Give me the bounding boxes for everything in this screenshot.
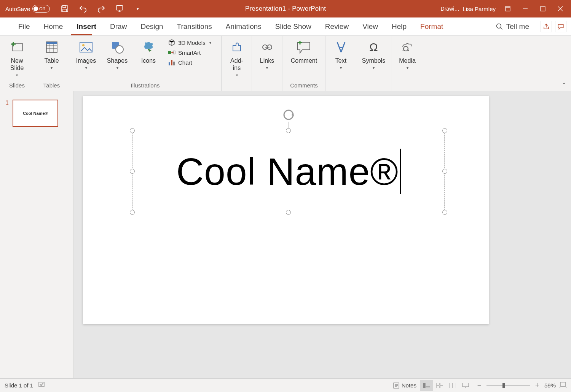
minimize-icon[interactable] (518, 2, 533, 16)
zoom-in-button[interactable]: + (534, 382, 541, 389)
chart-button[interactable]: Chart (167, 59, 211, 66)
media-button[interactable]: Media ▾ (395, 39, 419, 70)
zoom-slider-thumb[interactable] (502, 383, 505, 388)
zoom-level[interactable]: 59% (544, 382, 556, 389)
links-label: Links (260, 57, 274, 64)
save-icon[interactable] (61, 5, 69, 13)
table-button[interactable]: Table ▾ (40, 39, 64, 70)
autosave-toggle[interactable]: Off (32, 5, 50, 13)
share-icon[interactable] (541, 21, 552, 32)
3d-models-button[interactable]: 3D Models▾ (167, 39, 211, 46)
comment-button[interactable]: Comment (291, 39, 317, 64)
ribbon-tabs: File Home Insert Draw Design Transitions… (0, 17, 571, 36)
smartart-button[interactable]: SmartArt (167, 49, 211, 56)
redo-icon[interactable] (97, 5, 105, 13)
user-name[interactable]: Lisa Parmley (463, 6, 496, 12)
document-title: Presentation1 - PowerPoint (245, 5, 326, 13)
svg-rect-26 (171, 60, 172, 65)
svg-rect-23 (168, 51, 171, 54)
smartart-icon (167, 49, 176, 56)
tab-format[interactable]: Format (413, 17, 450, 36)
slideshow-start-icon[interactable] (115, 5, 124, 13)
zoom-out-button[interactable]: − (476, 382, 483, 389)
resize-handle-se[interactable] (442, 210, 447, 215)
title-text[interactable]: Cool Name® (176, 150, 399, 194)
resize-handle-n[interactable] (286, 128, 291, 133)
tab-view[interactable]: View (356, 17, 385, 36)
slide-canvas-area[interactable]: Cool Name® (74, 91, 571, 378)
context-tab-label[interactable]: Drawi… (441, 6, 460, 12)
svg-rect-25 (169, 62, 170, 65)
slide-thumbnail-pane[interactable]: 1 Cool Name® (0, 91, 74, 378)
slide-position[interactable]: Slide 1 of 1 (5, 382, 33, 389)
tab-animations[interactable]: Animations (219, 17, 268, 36)
svg-rect-2 (63, 9, 67, 12)
maximize-icon[interactable] (535, 2, 550, 16)
icons-button[interactable]: Icons (136, 39, 161, 64)
slide-sorter-view-button[interactable] (433, 380, 446, 391)
svg-rect-45 (463, 383, 469, 387)
tab-slideshow[interactable]: Slide Show (268, 17, 318, 36)
autosave-control[interactable]: AutoSave Off (0, 5, 50, 13)
dropdown-arrow-icon: ▾ (266, 66, 268, 70)
svg-rect-42 (440, 386, 443, 388)
fit-to-window-button[interactable] (560, 382, 566, 389)
resize-handle-nw[interactable] (130, 128, 135, 133)
lightbulb-icon (496, 23, 503, 30)
slide-thumbnail-1[interactable]: Cool Name® (13, 100, 58, 127)
zoom-slider[interactable] (486, 385, 530, 386)
group-tables-label: Tables (39, 82, 64, 90)
title-text-content[interactable]: Cool Name® (136, 135, 441, 208)
resize-handle-w[interactable] (130, 169, 135, 174)
text-button[interactable]: Text ▾ (329, 39, 353, 70)
collapse-ribbon-icon[interactable]: ⌃ (562, 82, 566, 88)
ribbon-display-icon[interactable] (500, 2, 515, 16)
3d-models-label: 3D Models (178, 40, 206, 46)
tab-design[interactable]: Design (134, 17, 170, 36)
title-textbox-selection[interactable]: Cool Name® (132, 131, 445, 212)
images-button[interactable]: Images ▾ (74, 39, 98, 70)
svg-rect-39 (436, 383, 439, 385)
links-button[interactable]: Links ▾ (255, 39, 279, 70)
tab-draw[interactable]: Draw (103, 17, 134, 36)
link-icon (261, 43, 273, 51)
reading-view-button[interactable] (446, 380, 459, 391)
resize-handle-sw[interactable] (130, 210, 135, 215)
new-slide-icon (10, 40, 24, 54)
rotate-handle[interactable] (282, 108, 295, 122)
spelling-status-icon[interactable] (38, 382, 45, 389)
svg-rect-4 (506, 6, 510, 11)
addins-icon (231, 41, 243, 53)
slide[interactable]: Cool Name® (83, 96, 489, 324)
resize-handle-s[interactable] (286, 210, 291, 215)
slideshow-view-button[interactable] (459, 380, 472, 391)
comments-pane-icon[interactable] (555, 21, 566, 32)
undo-icon[interactable] (79, 5, 87, 13)
tell-me-search[interactable]: Tell me (496, 22, 529, 31)
tab-help[interactable]: Help (385, 17, 413, 36)
tab-insert[interactable]: Insert (70, 17, 103, 36)
qat-customize-icon[interactable]: ▾ (134, 5, 142, 13)
tab-file[interactable]: File (11, 17, 37, 36)
notes-icon (393, 382, 399, 389)
autosave-label: AutoSave (5, 6, 30, 12)
svg-point-9 (496, 24, 501, 28)
rotate-connector (289, 122, 289, 129)
shapes-button[interactable]: Shapes ▾ (105, 39, 129, 70)
symbols-button[interactable]: Ω Symbols ▾ (362, 39, 386, 70)
notes-button[interactable]: Notes (393, 382, 416, 389)
close-icon[interactable] (553, 2, 568, 16)
new-slide-button[interactable]: New Slide ▾ (5, 39, 29, 77)
normal-view-button[interactable] (420, 380, 433, 391)
notes-label: Notes (402, 382, 416, 389)
addins-button[interactable]: Add- ins ▾ (225, 39, 249, 77)
icons-icon (142, 40, 155, 54)
media-label: Media (399, 57, 416, 64)
tab-home[interactable]: Home (37, 17, 70, 36)
resize-handle-e[interactable] (442, 169, 447, 174)
dropdown-arrow-icon: ▾ (407, 66, 408, 70)
tab-review[interactable]: Review (318, 17, 356, 36)
resize-handle-ne[interactable] (442, 128, 447, 133)
tab-transitions[interactable]: Transitions (170, 17, 219, 36)
text-cursor (400, 149, 401, 194)
